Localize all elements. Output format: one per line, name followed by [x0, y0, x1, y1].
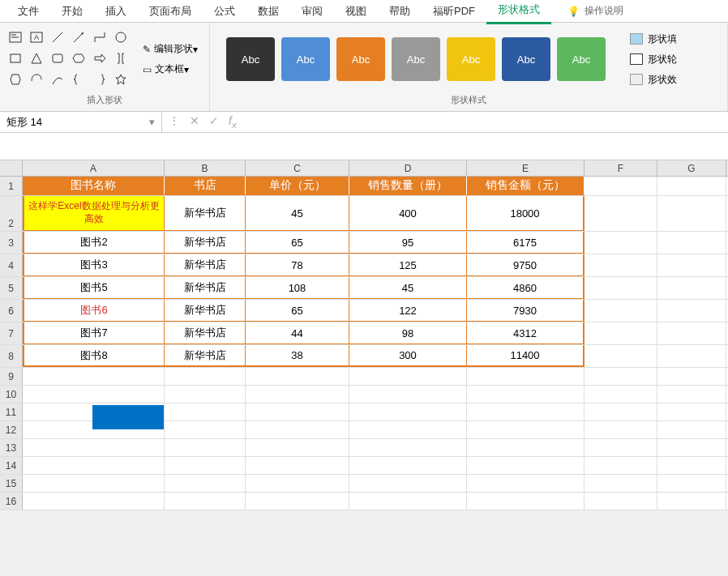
- cell[interactable]: [165, 439, 246, 456]
- cell[interactable]: [349, 368, 467, 385]
- formula-cancel-icon[interactable]: ⋮: [169, 114, 180, 130]
- row-header[interactable]: 13: [0, 439, 23, 456]
- cell[interactable]: [467, 386, 585, 403]
- cell[interactable]: [657, 386, 726, 403]
- cell[interactable]: [165, 368, 246, 385]
- shape-flow-icon[interactable]: [6, 70, 24, 88]
- cell[interactable]: 图书8: [23, 345, 165, 367]
- cell[interactable]: [585, 439, 657, 456]
- col-header-C[interactable]: C: [246, 160, 349, 176]
- cell[interactable]: 65: [246, 300, 349, 322]
- cell[interactable]: [23, 386, 165, 403]
- col-header-D[interactable]: D: [349, 160, 467, 176]
- cell[interactable]: 图书5: [23, 277, 165, 299]
- cell[interactable]: [657, 439, 726, 456]
- cell[interactable]: 新华书店: [165, 300, 246, 322]
- cell[interactable]: [467, 403, 585, 420]
- header-store[interactable]: 书店: [165, 177, 246, 195]
- text-box-button[interactable]: ▭ 文本框 ▾: [138, 61, 203, 78]
- cell[interactable]: 18000: [467, 196, 585, 231]
- cell[interactable]: 300: [349, 345, 467, 367]
- row-header[interactable]: 7: [0, 322, 23, 344]
- tab-file[interactable]: 文件: [6, 0, 50, 23]
- shape-fill-button[interactable]: 形状填: [625, 31, 682, 48]
- shape-connector-icon[interactable]: [91, 28, 109, 46]
- tab-shape-format[interactable]: 形状格式: [486, 0, 551, 24]
- cell[interactable]: 7930: [467, 300, 585, 322]
- shape-line-icon[interactable]: [49, 28, 66, 46]
- row-header[interactable]: 5: [0, 277, 23, 299]
- cell[interactable]: [585, 322, 657, 344]
- cell[interactable]: [657, 403, 726, 420]
- cell[interactable]: 45: [246, 196, 349, 231]
- cell[interactable]: [23, 439, 165, 456]
- cell[interactable]: [585, 177, 657, 195]
- cell[interactable]: [23, 493, 165, 510]
- cell[interactable]: [246, 421, 349, 438]
- header-qty[interactable]: 销售数量（册）: [349, 177, 467, 195]
- cell[interactable]: [246, 403, 349, 420]
- cell[interactable]: 新华书店: [165, 254, 246, 276]
- cell[interactable]: 11400: [467, 345, 585, 367]
- row-header[interactable]: 15: [0, 475, 23, 492]
- cell[interactable]: [467, 421, 585, 438]
- shape-gallery[interactable]: A: [6, 28, 131, 90]
- row-header[interactable]: 3: [0, 232, 23, 254]
- tab-review[interactable]: 审阅: [290, 0, 334, 23]
- cell[interactable]: 新华书店: [165, 322, 246, 344]
- cell[interactable]: [165, 403, 246, 420]
- cell[interactable]: [657, 368, 726, 385]
- tab-home[interactable]: 开始: [50, 0, 94, 23]
- shape-oval-icon[interactable]: [112, 28, 130, 46]
- formula-x-icon[interactable]: ✕: [190, 114, 199, 130]
- select-all-corner[interactable]: [0, 160, 23, 176]
- shape-effects-button[interactable]: 形状效: [625, 71, 682, 88]
- shape-rect-icon[interactable]: [6, 49, 24, 67]
- cell[interactable]: [246, 493, 349, 510]
- row-header[interactable]: 2: [0, 196, 23, 231]
- cell[interactable]: [467, 439, 585, 456]
- cell[interactable]: [657, 177, 726, 195]
- shape-text-box2-icon[interactable]: A: [28, 28, 45, 46]
- tab-formulas[interactable]: 公式: [203, 0, 246, 23]
- cell[interactable]: [657, 277, 726, 299]
- cell[interactable]: [165, 493, 246, 510]
- cell[interactable]: [585, 300, 657, 322]
- row-header[interactable]: 11: [0, 403, 23, 420]
- shape-callout-icon[interactable]: [28, 70, 45, 88]
- col-header-G[interactable]: G: [657, 160, 726, 176]
- cell[interactable]: 122: [349, 300, 467, 322]
- cell[interactable]: [349, 386, 467, 403]
- style-swatch-navy[interactable]: Abc: [502, 37, 550, 81]
- cell[interactable]: 6175: [467, 232, 585, 254]
- col-header-A[interactable]: A: [23, 160, 165, 176]
- cell[interactable]: [657, 457, 726, 474]
- cell[interactable]: 新华书店: [165, 345, 246, 367]
- row-header[interactable]: 12: [0, 421, 23, 438]
- style-swatch-gray[interactable]: Abc: [392, 37, 440, 81]
- cell[interactable]: [585, 403, 657, 420]
- cell[interactable]: [585, 345, 657, 367]
- name-box[interactable]: 矩形 14 ▾: [0, 112, 162, 132]
- shape-style-gallery[interactable]: Abc Abc Abc Abc Abc Abc Abc: [216, 37, 615, 81]
- cell[interactable]: 图书6: [23, 300, 165, 322]
- cell[interactable]: [23, 368, 165, 385]
- cell[interactable]: [467, 475, 585, 492]
- cell[interactable]: 95: [349, 232, 467, 254]
- header-price[interactable]: 单价（元）: [246, 177, 349, 195]
- cell[interactable]: [585, 232, 657, 254]
- cell[interactable]: [246, 475, 349, 492]
- header-book-name[interactable]: 图书名称: [23, 177, 165, 195]
- cell[interactable]: [657, 421, 726, 438]
- style-swatch-green[interactable]: Abc: [557, 37, 606, 81]
- style-swatch-orange[interactable]: Abc: [336, 37, 385, 81]
- col-header-F[interactable]: F: [585, 160, 657, 176]
- row-header[interactable]: 14: [0, 457, 23, 474]
- cell[interactable]: 9750: [467, 254, 585, 276]
- cell[interactable]: [585, 368, 657, 385]
- header-amount[interactable]: 销售金额（元）: [467, 177, 585, 195]
- shape-brace2-icon[interactable]: [91, 70, 109, 88]
- cell[interactable]: [585, 277, 657, 299]
- tell-me-search[interactable]: 💡 操作说明: [567, 4, 623, 18]
- formula-input[interactable]: [243, 112, 728, 132]
